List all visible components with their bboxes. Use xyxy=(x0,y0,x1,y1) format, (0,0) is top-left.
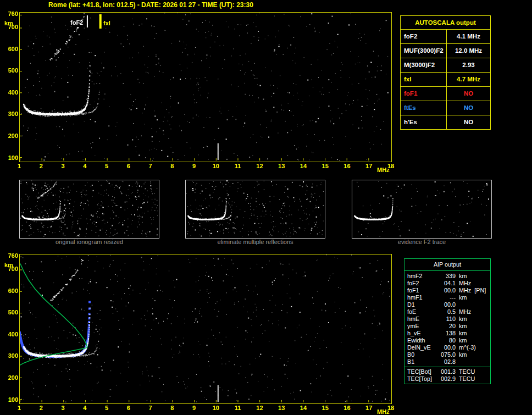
autoscala-row-foF2: foF24.1 MHz xyxy=(401,30,490,44)
thumbnail-caption-original: original ionogram resized xyxy=(19,239,159,245)
aip-param-extra: [PN] xyxy=(471,287,486,294)
aip-row-foF2: foF204.1MHz xyxy=(404,280,490,287)
aip-row-hmF2: hmF2339km xyxy=(404,273,490,280)
aip-param-value: 0.5 xyxy=(437,308,456,316)
x-tick-label-12: 12 xyxy=(253,405,266,412)
autoscala-row-fxI: fxI4.7 MHz xyxy=(401,73,490,87)
x-tick-label-15: 15 xyxy=(319,163,332,170)
aip-row-Ewidth: Ewidth80km xyxy=(404,337,490,344)
aip-param-name: ymE xyxy=(404,323,437,330)
y-tick-label-300: 300 xyxy=(2,352,18,359)
autoscala-param-name: ftEs xyxy=(401,101,447,115)
x-tick-label-13: 13 xyxy=(275,163,288,170)
aip-row-DelN_vE: DelN_vE00.0m^(-3) xyxy=(404,344,490,351)
y-tick-label-200: 200 xyxy=(2,374,18,381)
x-tick-label-5: 5 xyxy=(100,163,113,170)
x-tick-label-10: 10 xyxy=(209,405,223,412)
x-axis-unit-label: MHz xyxy=(377,167,390,174)
aip-param-value: 110 xyxy=(437,316,456,323)
autoscala-output-table: AUTOSCALA output foF24.1 MHzMUF(3000)F21… xyxy=(400,15,491,130)
x-axis-unit-label: MHz xyxy=(377,408,390,415)
autoscala-param-value: 12.0 MHz xyxy=(447,44,490,58)
aip-param-unit: km xyxy=(456,330,467,337)
aip-row-B1: B102.8 xyxy=(404,358,490,366)
y-tick-label-500: 500 xyxy=(2,67,18,74)
aip-param-value: 00.0 xyxy=(437,301,456,308)
aip-param-name: DelN_vE xyxy=(404,344,437,351)
aip-param-unit: km xyxy=(456,294,467,301)
aip-row-h_vE: h_vE138km xyxy=(404,330,490,337)
autoscala-row-foF1: foF1NO xyxy=(401,87,490,101)
y-tick-label-300: 300 xyxy=(2,110,18,118)
aip-param-unit: m^(-3) xyxy=(456,344,476,351)
thumbnail-caption-reflections: eliminate multiple reflections xyxy=(185,239,325,245)
aip-param-name: hmF1 xyxy=(404,294,437,301)
autoscala-row-ftEs: ftEsNO xyxy=(401,101,490,115)
x-tick-label-13: 13 xyxy=(275,405,288,412)
thumbnail-canvas-f2trace xyxy=(352,180,490,237)
aip-param-unit: km xyxy=(456,323,467,330)
station-date-time-title: Rome (lat: +41.8, lon: 012.5) - DATE: 20… xyxy=(48,1,253,9)
aip-param-unit: TECU xyxy=(456,375,475,383)
x-tick-label-14: 14 xyxy=(297,405,310,412)
x-tick-label-17: 17 xyxy=(362,405,375,412)
autoscala-table-rows: foF24.1 MHzMUF(3000)F212.0 MHzM(3000)F22… xyxy=(401,30,490,129)
aip-param-unit: MHz xyxy=(456,308,471,316)
aip-param-name: hmE xyxy=(404,316,437,323)
profile-ionogram-plot xyxy=(19,254,392,404)
aip-param-unit: km xyxy=(456,337,467,344)
aip-param-unit: MHz xyxy=(456,280,471,287)
x-tick-label-11: 11 xyxy=(231,163,245,170)
aip-param-name: B0 xyxy=(404,351,437,358)
aip-row-B0: B0075.0km xyxy=(404,351,490,358)
aip-output-table: AIP output hmF2339kmfoF204.1MHzfoF100.0M… xyxy=(404,258,491,384)
aip-param-unit xyxy=(456,358,459,366)
aip-row-foF1: foF100.0MHz[PN] xyxy=(404,287,490,294)
autoscala-row-h'Es: h'EsNO xyxy=(401,115,490,129)
autoscala-table-header: AUTOSCALA output xyxy=(401,16,490,30)
aip-param-name: hmF2 xyxy=(404,273,437,280)
thumbnail-original-ionogram xyxy=(19,180,159,239)
aip-param-name: TEC[Top] xyxy=(404,375,437,383)
aip-row-D1: D100.0 xyxy=(404,301,490,308)
x-tick-label-2: 2 xyxy=(35,405,48,412)
aip-tec-row-TEC[Bot]: TEC[Bot]001.3TECU xyxy=(404,368,490,375)
aip-param-value: 001.3 xyxy=(437,368,456,375)
x-tick-label-1: 1 xyxy=(13,405,26,412)
x-tick-label-11: 11 xyxy=(231,405,245,412)
y-axis-unit-label: km xyxy=(4,20,13,27)
aip-param-name: D1 xyxy=(404,301,437,308)
foF2-marker-label: foF2 xyxy=(70,19,83,26)
x-tick-label-9: 9 xyxy=(187,405,201,412)
aip-param-value: 80 xyxy=(437,337,456,344)
x-tick-label-15: 15 xyxy=(319,405,332,412)
aip-param-name: foF2 xyxy=(404,280,437,287)
aip-param-value: 20 xyxy=(437,323,456,330)
aip-param-name: h_vE xyxy=(404,330,437,337)
aip-param-unit: MHz xyxy=(456,287,471,294)
aip-param-value: 075.0 xyxy=(437,351,456,358)
aip-param-unit: TECU xyxy=(456,368,475,375)
aip-param-value: 339 xyxy=(437,273,456,280)
aip-param-name: Ewidth xyxy=(404,337,437,344)
x-tick-label-10: 10 xyxy=(209,163,223,170)
aip-param-name: B1 xyxy=(404,358,437,366)
x-tick-label-8: 8 xyxy=(165,163,179,170)
autoscala-param-value: 2.93 xyxy=(447,58,490,72)
aip-param-unit: km xyxy=(456,351,467,358)
x-tick-label-3: 3 xyxy=(57,163,70,170)
y-tick-label-400: 400 xyxy=(2,89,18,96)
aip-row-foE: foE0.5MHz xyxy=(404,308,490,316)
x-tick-label-2: 2 xyxy=(35,163,48,170)
x-tick-label-12: 12 xyxy=(253,163,266,170)
x-tick-label-14: 14 xyxy=(297,163,310,170)
aip-param-value: 138 xyxy=(437,330,456,337)
autoscala-param-value: 4.1 MHz xyxy=(447,30,490,43)
x-tick-label-7: 7 xyxy=(144,405,157,412)
aip-row-ymE: ymE20km xyxy=(404,323,490,330)
x-tick-label-6: 6 xyxy=(122,163,135,170)
y-tick-label-600: 600 xyxy=(2,287,18,295)
aip-row-hmE: hmE110km xyxy=(404,316,490,323)
aip-param-value: 02.8 xyxy=(437,358,456,366)
y-tick-label-760: 760 xyxy=(2,252,18,259)
